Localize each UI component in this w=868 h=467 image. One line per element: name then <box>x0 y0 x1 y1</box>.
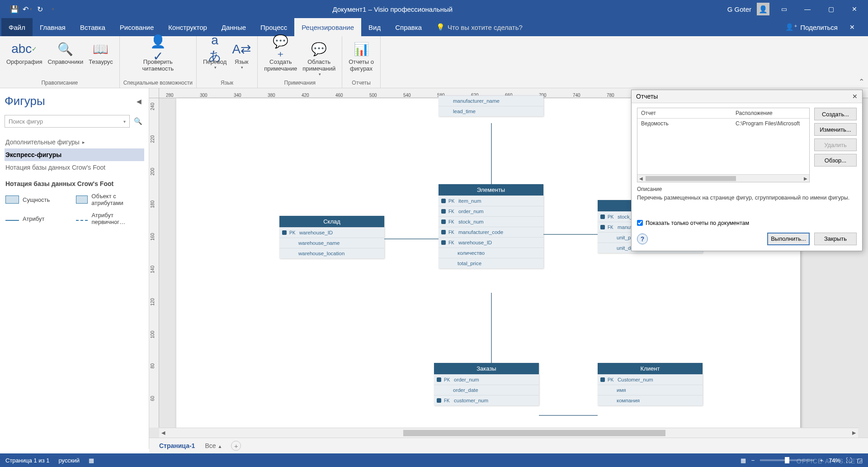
reports-table[interactable]: Отчет Расположение Ведомость C:\Program … <box>637 108 810 182</box>
shape-entity-attr[interactable]: Объект с атрибутами <box>75 191 143 208</box>
language-indicator[interactable]: русский <box>58 457 80 464</box>
entity-field-row[interactable]: warehouse_location <box>279 248 384 258</box>
page-tabs: Страница-1 Все ▲ + <box>149 438 868 453</box>
table-row[interactable]: Ведомость C:\Program Files\Microsoft <box>637 119 809 129</box>
doc-only-checkbox[interactable]: Показать только отчеты по документам <box>637 220 857 233</box>
close-pane-icon[interactable]: ✕ <box>843 20 861 34</box>
shape-entity[interactable]: Сущность <box>5 191 72 208</box>
entity-field-row[interactable]: компания <box>598 395 703 405</box>
research-button[interactable]: 🔍Справочники <box>45 38 86 66</box>
tab-view[interactable]: Вид <box>361 18 388 36</box>
more-shapes-item[interactable]: Дополнительные фигуры▸ <box>5 136 144 148</box>
entity-manufacturer[interactable]: manufacturer_name lead_time <box>439 95 543 116</box>
collapse-ribbon-icon[interactable]: ⌃ <box>859 77 864 86</box>
language-button[interactable]: A⇄Язык▾ <box>229 38 254 71</box>
entity-field-row[interactable]: количество <box>439 248 543 258</box>
user-name[interactable]: G Goter <box>727 5 751 13</box>
comment-pane-button[interactable]: 💬Область примечаний▾ <box>300 38 338 77</box>
entity-field-row[interactable]: PKCustomer_num <box>598 374 703 385</box>
readability-button[interactable]: 👤✓Проверить читаемость <box>139 38 176 73</box>
add-page-button[interactable]: + <box>231 441 241 451</box>
search-shapes-input[interactable]: Поиск фигур ▾ <box>5 115 130 128</box>
comment-pane-icon: 💬 <box>310 39 329 58</box>
entity-field-row[interactable]: FKwarehouse_ID <box>439 237 543 248</box>
share-button[interactable]: 👤⁺ Поделиться <box>785 23 838 31</box>
slider-knob[interactable] <box>785 457 789 463</box>
entity-field-row[interactable]: PKwarehouse_ID <box>279 227 384 238</box>
qat-dropdown-icon[interactable]: ▾ <box>47 4 58 14</box>
thesaurus-button[interactable]: 📖Тезаурус <box>86 38 116 66</box>
shape-attr[interactable]: Атрибут <box>5 210 72 227</box>
quick-access-toolbar: 💾 ↶▾ ↻ ▾ <box>2 4 58 14</box>
translate-button[interactable]: aあПеревод▾ <box>200 38 229 71</box>
search-dropdown-icon[interactable]: ▾ <box>123 119 126 124</box>
help-icon[interactable]: ? <box>637 234 648 244</box>
minimize-icon[interactable]: — <box>798 2 816 16</box>
entity-field-row[interactable]: PKitem_num <box>439 195 543 206</box>
entity-field-row[interactable]: order_date <box>434 385 539 395</box>
delete-button[interactable]: Удалить <box>814 138 857 151</box>
page-indicator[interactable]: Страница 1 из 1 <box>5 457 49 464</box>
edit-button[interactable]: Изменить... <box>814 123 857 136</box>
scroll-thumb[interactable] <box>646 176 736 181</box>
entity-field-row[interactable]: total_price <box>439 258 543 268</box>
run-button[interactable]: Выполнить... <box>767 233 810 245</box>
tab-insert[interactable]: Вставка <box>73 18 113 36</box>
create-button[interactable]: Создать... <box>814 108 857 120</box>
shape-reports-button[interactable]: 📊Отчеты о фигурах <box>346 38 377 73</box>
table-scrollbar[interactable]: ◀ ▶ <box>637 174 809 182</box>
scrollbar-horizontal[interactable]: ◀ ▶ <box>159 428 858 438</box>
page-tab-1[interactable]: Страница-1 <box>158 439 196 452</box>
entity-orders[interactable]: Заказы PKorder_numorder_dateFKcustomer_n… <box>434 363 539 405</box>
redo-icon[interactable]: ↻ <box>34 4 45 14</box>
maximize-icon[interactable]: ▢ <box>822 2 840 16</box>
tell-me-search[interactable]: 💡 Что вы хотите сделать? <box>429 18 530 36</box>
zoom-out-icon[interactable]: − <box>751 457 755 464</box>
col-report[interactable]: Отчет <box>637 108 732 118</box>
key-icon <box>441 199 446 203</box>
entity-client[interactable]: Клиент PKCustomer_numимякомпания <box>598 363 703 405</box>
undo-icon[interactable]: ↶▾ <box>22 4 33 14</box>
tab-help[interactable]: Справка <box>388 18 429 36</box>
col-location[interactable]: Расположение <box>732 108 809 118</box>
entity-field-row[interactable]: PKorder_num <box>434 374 539 385</box>
key-type: FK <box>448 219 456 224</box>
dialog-close-icon[interactable]: ✕ <box>852 93 858 100</box>
entity-field-row[interactable]: FKcustomer_num <box>434 395 539 405</box>
tab-home[interactable]: Главная <box>33 18 73 36</box>
entity-elements[interactable]: Элементы PKitem_numFKorder_numFKstock_nu… <box>439 184 543 268</box>
macro-recorder-icon[interactable]: ▦ <box>89 457 94 464</box>
dialog-titlebar[interactable]: Отчеты ✕ <box>632 90 862 103</box>
entity-sklad[interactable]: Склад PKwarehouse_IDwarehouse_namewareho… <box>279 216 384 258</box>
entity-field-row[interactable]: FKmanufacturer_code <box>439 227 543 237</box>
scroll-left-icon[interactable]: ◀ <box>637 176 645 181</box>
new-comment-button[interactable]: 💬⁺Создать примечание <box>261 38 300 73</box>
search-button[interactable]: 🔍 <box>132 115 144 128</box>
tab-file[interactable]: Файл <box>1 18 33 36</box>
tab-drawing[interactable]: Рисование <box>113 18 161 36</box>
close-icon[interactable]: ✕ <box>845 2 863 16</box>
presentation-mode-icon[interactable]: ▦ <box>741 457 746 464</box>
crowsfoot-item[interactable]: Нотация базы данных Crow's Foot <box>5 161 144 174</box>
scroll-right-icon[interactable]: ▶ <box>802 176 809 181</box>
spelling-button[interactable]: abc✓Орфография <box>4 38 45 66</box>
close-button[interactable]: Закрыть <box>814 233 857 245</box>
checkbox-input[interactable] <box>637 220 643 226</box>
express-shapes-item[interactable]: Экспресс-фигуры <box>5 148 144 161</box>
browse-button[interactable]: Обзор... <box>814 154 857 167</box>
tab-review[interactable]: Рецензирование <box>294 18 361 36</box>
entity-field-row[interactable]: имя <box>598 385 703 395</box>
entity-field-row[interactable]: FKorder_num <box>439 206 543 216</box>
save-icon[interactable]: 💾 <box>9 4 20 14</box>
entity-field-row[interactable]: FKstock_num <box>439 216 543 227</box>
scroll-right-icon[interactable]: ▶ <box>850 430 858 436</box>
scroll-left-icon[interactable]: ◀ <box>159 430 167 436</box>
tab-process[interactable]: Процесс <box>253 18 294 36</box>
scroll-thumb[interactable] <box>403 430 665 436</box>
collapse-panel-icon[interactable]: ◀ <box>137 98 144 105</box>
shape-pk-attr[interactable]: Атрибут первичног… <box>75 210 143 227</box>
entity-field-row[interactable]: warehouse_name <box>279 238 384 248</box>
ribbon-mode-icon[interactable]: ▭ <box>775 2 793 16</box>
page-tab-all[interactable]: Все ▲ <box>205 442 222 449</box>
user-avatar-icon[interactable]: 👤 <box>757 3 769 15</box>
